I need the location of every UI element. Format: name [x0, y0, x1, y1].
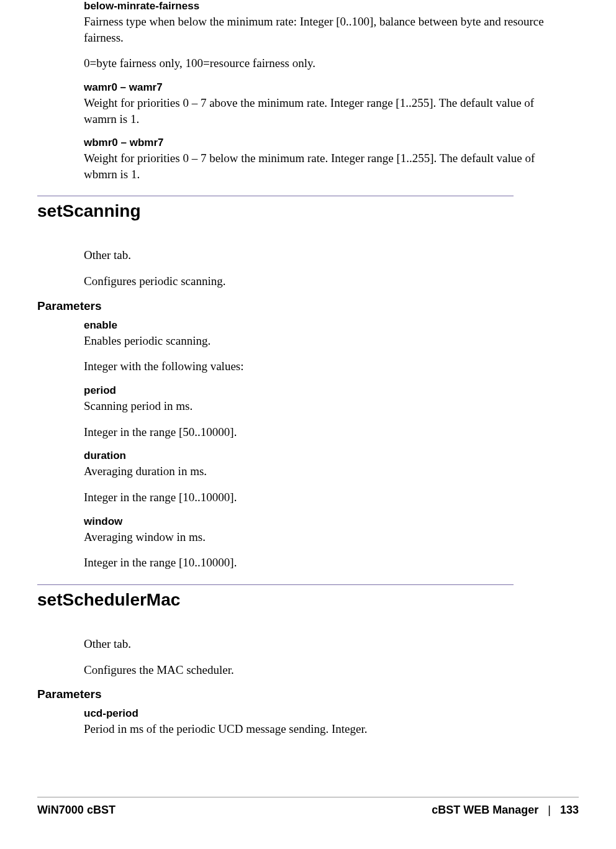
section-heading-setscanning: setScanning	[37, 196, 560, 227]
param-desc: Scanning period in ms.	[84, 398, 560, 414]
footer-left: WiN7000 cBST	[37, 804, 116, 817]
footer-manager-label: cBST WEB Manager	[432, 804, 538, 816]
parameters-label: Parameters	[37, 299, 560, 313]
page-footer: WiN7000 cBST cBST WEB Manager | 133	[37, 797, 579, 817]
param-note: Integer in the range [10..10000].	[84, 489, 560, 506]
param-name: enable	[84, 319, 560, 332]
footer-page-number: 133	[560, 804, 579, 816]
page: below-minrate-fairness Fairness type whe…	[0, 0, 616, 849]
param-note: Integer in the range [50..10000].	[84, 424, 560, 440]
section-tab: Other tab.	[84, 247, 560, 263]
param-name: window	[84, 515, 560, 528]
footer-sep: |	[541, 804, 557, 816]
param-note: Integer in the range [10..10000].	[84, 555, 560, 571]
param-name: duration	[84, 450, 560, 462]
param-desc: Period in ms of the periodic UCD message…	[84, 721, 560, 737]
param-name: wamr0 – wamr7	[84, 81, 560, 94]
footer-divider	[37, 797, 579, 797]
param-name: period	[84, 384, 560, 397]
section-heading-setschedulermac: setSchedulerMac	[37, 585, 560, 616]
param-note: Integer with the following values:	[84, 358, 560, 375]
param-desc: Averaging duration in ms.	[84, 463, 560, 479]
param-desc: Enables periodic scanning.	[84, 333, 560, 349]
param-desc: Averaging window in ms.	[84, 529, 560, 545]
section-desc: Configures the MAC scheduler.	[84, 662, 560, 678]
param-desc: Weight for priorities 0 – 7 below the mi…	[84, 150, 560, 182]
footer-right: cBST WEB Manager | 133	[432, 804, 579, 817]
param-name: ucd-period	[84, 707, 560, 720]
content: below-minrate-fairness Fairness type whe…	[37, 0, 579, 737]
param-note: 0=byte fairness only, 100=resource fairn…	[84, 55, 560, 71]
section-desc: Configures periodic scanning.	[84, 273, 560, 289]
param-desc: Fairness type when below the minimum rat…	[84, 14, 560, 45]
section-tab: Other tab.	[84, 636, 560, 652]
parameters-label: Parameters	[37, 688, 560, 701]
param-name: wbmr0 – wbmr7	[84, 137, 560, 149]
param-name: below-minrate-fairness	[84, 0, 560, 12]
param-desc: Weight for priorities 0 – 7 above the mi…	[84, 95, 560, 127]
